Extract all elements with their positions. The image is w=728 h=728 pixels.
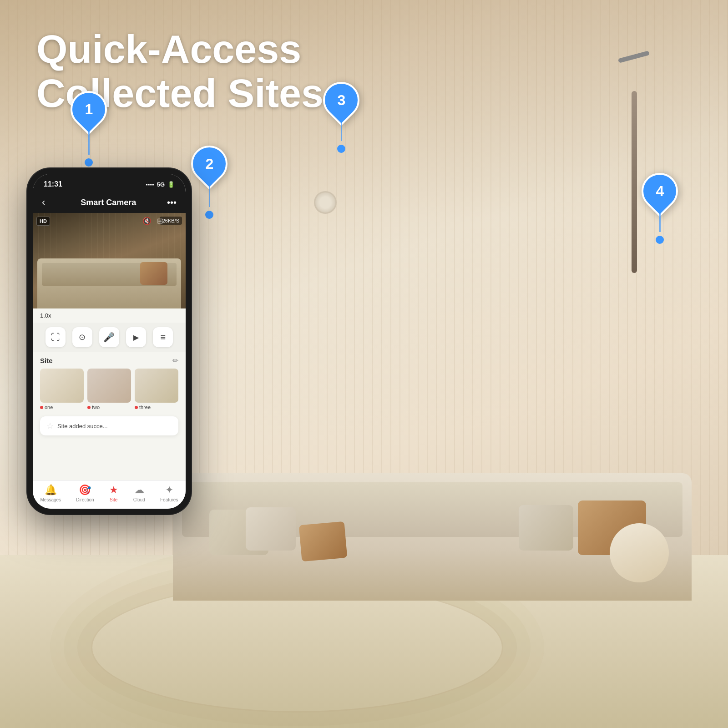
screen-spacer	[33, 439, 186, 480]
nav-direction[interactable]: 🎯 Direction	[76, 484, 94, 502]
action-buttons-row: ⛶ ⊙ 🎤 ▶ ≡	[33, 323, 186, 352]
status-bar: 11:31 ▪▪▪▪ 5G 🔋	[33, 174, 186, 192]
pin-2-dot	[205, 211, 213, 219]
phone-mockup: 11:31 ▪▪▪▪ 5G 🔋 ‹ Smart Camera ••• HD 26…	[27, 168, 191, 514]
site-thumb-1-name: one	[40, 404, 84, 410]
pin-1-number: 1	[85, 101, 93, 118]
status-time: 11:31	[44, 180, 62, 188]
success-toast: ☆ Site added succe...	[40, 416, 178, 435]
site-section: Site ✏ one two	[33, 352, 186, 413]
pin-3-dot	[337, 145, 345, 153]
site-dot-1	[40, 406, 43, 409]
nav-features[interactable]: ✦ Features	[160, 484, 178, 502]
site-thumb-1-img	[40, 369, 84, 403]
camera-sofa-render	[37, 258, 181, 308]
location-pin-2: 2	[191, 146, 228, 219]
toast-star-icon: ☆	[46, 421, 54, 431]
pin-1-line	[88, 127, 90, 155]
nav-back-button[interactable]: ‹	[42, 197, 45, 208]
site-thumb-2[interactable]: two	[87, 369, 131, 410]
nav-site[interactable]: ★ Site	[109, 484, 118, 502]
app-nav-bar: ‹ Smart Camera •••	[33, 192, 186, 213]
direction-icon: 🎯	[79, 484, 91, 496]
site-thumb-3[interactable]: three	[135, 369, 178, 410]
menu-btn[interactable]: ≡	[153, 327, 173, 347]
screenshot-icon: ⊙	[72, 327, 92, 347]
site-thumb-2-img	[87, 369, 131, 403]
phone-screen: 11:31 ▪▪▪▪ 5G 🔋 ‹ Smart Camera ••• HD 26…	[33, 174, 186, 509]
layout-icon[interactable]: ⊞	[157, 217, 163, 225]
bottom-nav: 🔔 Messages 🎯 Direction ★ Site ☁ Cloud ✦ …	[33, 480, 186, 509]
camera-speed: 26KB/S	[160, 217, 182, 225]
pin-3-number: 3	[337, 92, 345, 109]
nav-more-button[interactable]: •••	[167, 197, 177, 208]
nav-messages[interactable]: 🔔 Messages	[40, 484, 61, 502]
site-nav-label: Site	[110, 497, 117, 502]
pin-4-dot	[656, 236, 664, 244]
wall-lamp	[314, 191, 337, 214]
features-icon: ✦	[165, 484, 173, 496]
site-dot-3	[135, 406, 138, 409]
controls-row: 1.0x	[33, 308, 186, 323]
network-type: 5G	[157, 181, 165, 188]
sofa-pillow-3	[519, 505, 573, 551]
pin-3-line	[341, 118, 342, 141]
pin-2-line	[209, 182, 210, 207]
menu-icon: ≡	[153, 327, 173, 347]
cloud-label: Cloud	[133, 497, 145, 502]
features-label: Features	[160, 497, 178, 502]
site-header: Site ✏	[40, 356, 178, 365]
mute-icon[interactable]: 🔇	[142, 217, 152, 225]
pin-2-number: 2	[205, 156, 213, 172]
mic-btn[interactable]: 🎤	[99, 327, 119, 347]
fullscreen-icon: ⛶	[46, 327, 66, 347]
direction-label: Direction	[76, 497, 94, 502]
site-thumbnails: one two three	[40, 369, 178, 410]
record-icon: ▶	[126, 327, 146, 347]
mic-icon: 🎤	[99, 327, 119, 347]
location-pin-3: 3	[323, 82, 359, 153]
zoom-level: 1.0x	[40, 312, 51, 319]
camera-view[interactable]: HD 26KB/S 🔇 ⊞	[33, 213, 186, 308]
site-icon: ★	[109, 484, 118, 496]
record-btn[interactable]: ▶	[126, 327, 146, 347]
nav-cloud[interactable]: ☁ Cloud	[133, 484, 145, 502]
status-icons: ▪▪▪▪ 5G 🔋	[146, 181, 175, 188]
pin-1-dot	[85, 158, 93, 167]
sofa-cushion-brown	[299, 521, 348, 561]
site-edit-btn[interactable]: ✏	[172, 356, 178, 365]
toast-text: Site added succe...	[57, 423, 108, 430]
pin-4-number: 4	[656, 183, 664, 200]
site-thumb-2-name: two	[87, 404, 131, 410]
fullscreen-btn[interactable]: ⛶	[46, 327, 66, 347]
messages-icon: 🔔	[45, 484, 57, 496]
side-table	[610, 523, 669, 582]
location-pin-4: 4	[642, 173, 678, 244]
camera-overlay-icons: 🔇 ⊞	[142, 217, 163, 225]
battery-icon: 🔋	[167, 181, 175, 188]
site-thumb-3-name: three	[135, 404, 178, 410]
site-thumb-1[interactable]: one	[40, 369, 84, 410]
camera-cushion	[140, 262, 167, 285]
site-dot-2	[87, 406, 91, 409]
cloud-icon: ☁	[134, 484, 144, 496]
signal-icon: ▪▪▪▪	[146, 181, 154, 188]
camera-hd-badge: HD	[36, 217, 50, 226]
sofa-pillow-2	[246, 507, 296, 551]
floor-lamp	[632, 91, 637, 273]
location-pin-1: 1	[71, 91, 107, 167]
messages-label: Messages	[40, 497, 61, 502]
pin-4-line	[659, 209, 661, 232]
nav-title: Smart Camera	[50, 198, 167, 207]
site-label: Site	[40, 357, 53, 364]
screenshot-btn[interactable]: ⊙	[72, 327, 92, 347]
site-thumb-3-img	[135, 369, 178, 403]
